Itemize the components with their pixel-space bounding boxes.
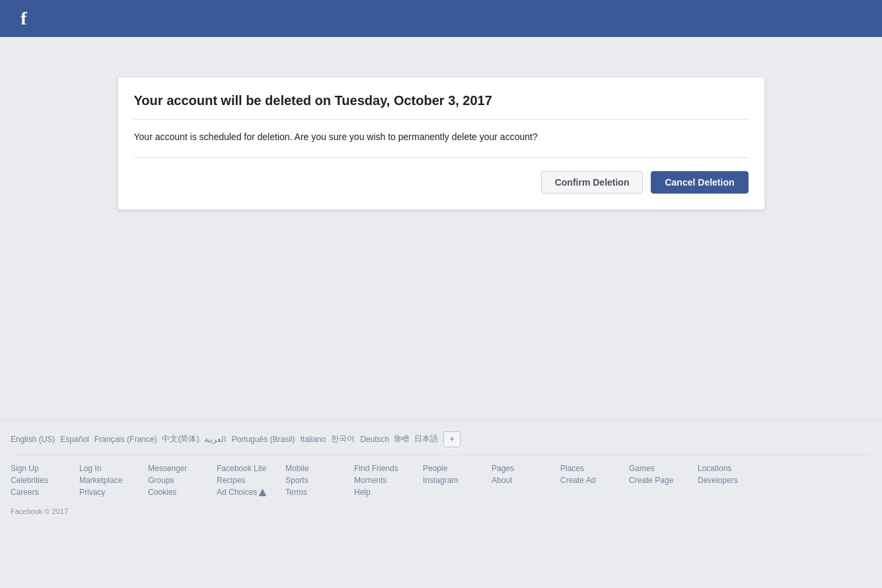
facebook-logo: f [11, 5, 37, 32]
footer-link-column: Facebook LiteRecipesAd Choices [217, 464, 270, 497]
footer-link-recipes[interactable]: Recipes [217, 476, 270, 485]
site-footer: English (US)EspañolFrançais (France)中文(简… [0, 420, 882, 521]
footer-link-celebrities[interactable]: Celebrities [11, 476, 63, 485]
footer-language-item[interactable]: Español [60, 435, 89, 444]
main-content: Your account will be deleted on Tuesday,… [0, 37, 882, 420]
footer-link-column: PlacesCreate Ad [560, 464, 613, 497]
footer-link-column: Log InMarketplacePrivacy [79, 464, 132, 497]
footer-link-about[interactable]: About [492, 476, 544, 485]
deletion-dialog: Your account will be deleted on Tuesday,… [118, 77, 765, 210]
footer-link-places[interactable]: Places [560, 464, 613, 473]
site-header: f [0, 0, 882, 37]
footer-links: Sign UpCelebritiesCareersLog InMarketpla… [11, 464, 871, 497]
footer-language-item[interactable]: 한국어 [331, 433, 355, 445]
dialog-body: Your account is scheduled for deletion. … [134, 130, 749, 158]
footer-copyright: Facebook © 2017 [11, 505, 871, 515]
footer-link-instagram[interactable]: Instagram [423, 476, 476, 485]
footer-link-messenger[interactable]: Messenger [148, 464, 201, 473]
footer-link-login[interactable]: Log In [79, 464, 132, 473]
footer-link-column: PagesAbout [492, 464, 544, 497]
footer-language-item[interactable]: Français (France) [94, 435, 157, 444]
footer-language-item[interactable]: Deutsch [360, 435, 389, 444]
footer-link-column: PeopleInstagram [423, 464, 476, 497]
facebook-logo-text: f [20, 9, 26, 28]
dialog-title: Your account will be deleted on Tuesday,… [134, 93, 749, 120]
ad-choices-icon [258, 488, 266, 496]
lang-plus-button[interactable]: + [443, 431, 460, 447]
footer-language-item[interactable]: 中文(简体) [162, 433, 199, 445]
footer-link-column: MessengerGroupsCookies [148, 464, 201, 497]
dialog-actions: Confirm Deletion Cancel Deletion [134, 171, 749, 194]
footer-link-people[interactable]: People [423, 464, 476, 473]
footer-language-item[interactable]: Português (Brasil) [231, 435, 295, 444]
footer-link-mobile[interactable]: Mobile [285, 464, 338, 473]
footer-link-create-ad[interactable]: Create Ad [560, 476, 613, 485]
footer-link-column: MobileSportsTerms [285, 464, 338, 497]
confirm-deletion-button[interactable]: Confirm Deletion [541, 171, 643, 194]
footer-language-item[interactable]: English (US) [11, 435, 55, 444]
footer-link-signup[interactable]: Sign Up [11, 464, 63, 473]
footer-link-careers[interactable]: Careers [11, 488, 63, 497]
footer-link-terms[interactable]: Terms [285, 488, 338, 497]
footer-link-marketplace[interactable]: Marketplace [79, 476, 132, 485]
footer-language-item[interactable]: 日本語 [414, 433, 438, 445]
footer-link-pages[interactable]: Pages [492, 464, 544, 473]
footer-link-games[interactable]: Games [629, 464, 682, 473]
footer-link-fb-lite[interactable]: Facebook Lite [217, 464, 270, 473]
footer-link-create-page[interactable]: Create Page [629, 476, 682, 485]
footer-language-item[interactable]: Italiano [300, 435, 326, 444]
footer-link-privacy[interactable]: Privacy [79, 488, 132, 497]
footer-link-column: GamesCreate Page [629, 464, 682, 497]
footer-language-item[interactable]: हिन्दी [394, 435, 409, 444]
cancel-deletion-button[interactable]: Cancel Deletion [651, 171, 748, 194]
footer-languages: English (US)EspañolFrançais (France)中文(简… [11, 431, 871, 456]
footer-language-item[interactable]: العربية [204, 435, 226, 444]
footer-link-find-friends[interactable]: Find Friends [354, 464, 407, 473]
footer-link-cookies[interactable]: Cookies [148, 488, 201, 497]
footer-link-sports[interactable]: Sports [285, 476, 338, 485]
footer-link-developers[interactable]: Developers [698, 476, 751, 485]
footer-link-ad-choices[interactable]: Ad Choices [217, 488, 270, 497]
footer-link-moments[interactable]: Moments [354, 476, 407, 485]
footer-link-locations[interactable]: Locations [698, 464, 751, 473]
footer-link-column: LocationsDevelopers [698, 464, 751, 497]
footer-link-groups[interactable]: Groups [148, 476, 201, 485]
footer-link-help[interactable]: Help [354, 488, 407, 497]
footer-link-column: Find FriendsMomentsHelp [354, 464, 407, 497]
footer-link-column: Sign UpCelebritiesCareers [11, 464, 63, 497]
